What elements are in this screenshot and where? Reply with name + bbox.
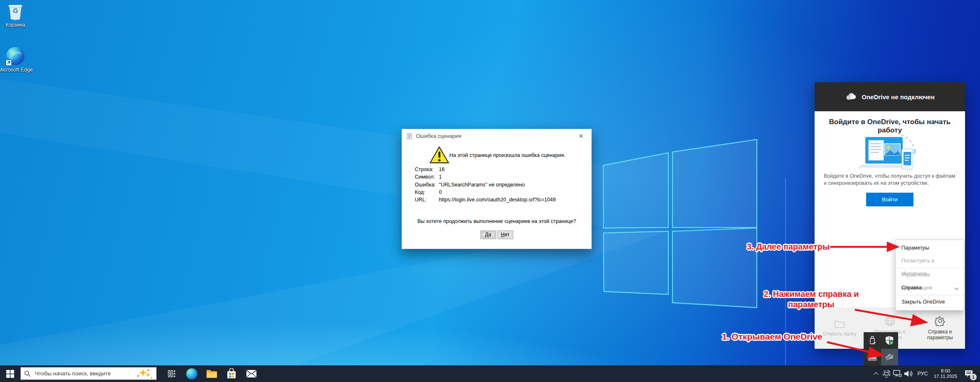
tray-volume[interactable] [903, 369, 914, 378]
menu-item-settings[interactable]: Параметры [896, 242, 964, 255]
display-sync-icon [882, 369, 891, 378]
onedrive-context-menu: Параметры Посмотреть в Интернете Управле… [895, 240, 964, 311]
volume-icon [904, 369, 914, 378]
dialog-title: Ошибка сценария [416, 133, 575, 139]
onedrive-header-title: OneDrive не подключен [862, 93, 935, 100]
windows-security-icon [885, 335, 894, 345]
desktop-icon-label: Microsoft Edge [0, 67, 33, 73]
clock-date: 17.11.2025 [931, 374, 960, 379]
dialog-titlebar[interactable]: Ошибка сценария [402, 129, 591, 143]
microsoft-edge-icon [186, 368, 197, 380]
menu-item-close-onedrive[interactable]: Закрыть OneDrive [896, 296, 964, 309]
signin-button[interactable]: Войти [866, 193, 914, 206]
system-tray: РУС 8:00 17.11.2025 1 [872, 365, 978, 382]
tray-onedrive[interactable] [881, 349, 899, 365]
field-label: Строка: [415, 167, 439, 172]
menu-separator [896, 295, 964, 295]
microsoft-store-icon [227, 368, 236, 379]
globe-icon [884, 316, 895, 326]
field-label: Символ: [415, 174, 439, 180]
help-settings-action[interactable]: Справка и параметры [915, 307, 965, 349]
annotation-step-3: 3. Далее параметры [747, 242, 830, 252]
desktop-icon-microsoft-edge[interactable]: Microsoft Edge [0, 47, 33, 73]
onedrive-offline-icon [884, 353, 894, 361]
annotation-line: параметры [788, 300, 834, 309]
chevron-up-icon [874, 372, 878, 377]
onedrive-illustration [815, 130, 965, 170]
onedrive-description: Войдите в OneDrive, чтобы получить досту… [824, 173, 958, 187]
no-button[interactable]: Нет [497, 230, 513, 239]
field-label: URL: [415, 197, 439, 203]
chevron-down-icon [955, 286, 959, 290]
yes-button[interactable]: Да [480, 230, 496, 239]
menu-item-view-online: Посмотреть в Интернете [896, 255, 964, 267]
taskbar-clock[interactable]: 8:00 17.11.2025 [931, 368, 960, 379]
edge-taskbar-button[interactable] [182, 365, 202, 382]
error-details: Строка: 16 Символ: 1 Ошибка: "URLSearchP… [415, 166, 586, 203]
field-value: "URLSearchParams" не определено [439, 182, 525, 188]
action-label: Справка и параметры [918, 329, 962, 340]
action-center-button[interactable]: 1 [960, 365, 978, 382]
search-highlights-sparkle-icon [135, 368, 153, 379]
tray-usb-device[interactable] [864, 332, 881, 349]
microsoft-store-button[interactable] [222, 365, 241, 382]
tray-vmware-tools[interactable]: vm [864, 349, 881, 365]
tray-network[interactable] [892, 369, 903, 378]
network-icon [893, 369, 903, 378]
field-row: URL: https://login.live.com/oauth20_desk… [415, 196, 586, 203]
taskbar: РУС 8:00 17.11.2025 1 [0, 365, 980, 382]
windows-start-icon [6, 370, 14, 378]
script-document-icon [406, 133, 413, 140]
annotation-line: 2. Нажимаем справка и [764, 289, 859, 299]
file-explorer-icon [206, 369, 217, 379]
field-value: https://login.live.com/oauth20_desktop.s… [439, 197, 556, 203]
action-label: Открыть папку [823, 331, 857, 337]
annotation-step-1: 1. Открываем OneDrive [722, 332, 822, 342]
mail-icon [246, 370, 257, 378]
field-value: 0 [439, 189, 442, 195]
dialog-question: Вы хотите продолжить выполнение сценарие… [402, 218, 591, 224]
file-explorer-button[interactable] [202, 365, 222, 382]
tray-windows-security[interactable] [881, 332, 899, 349]
warning-icon [430, 147, 450, 165]
task-view-icon [167, 369, 176, 378]
task-view-button[interactable] [162, 365, 182, 382]
menu-item-help[interactable]: Справка [896, 282, 964, 294]
usb-device-icon [868, 335, 877, 345]
vmware-icon: vm [868, 353, 877, 361]
edge-icon [6, 47, 25, 66]
field-label: Код: [415, 189, 439, 195]
menu-item-label: Справка [901, 285, 922, 291]
open-folder-action: Открыть папку [815, 307, 865, 349]
field-value: 1 [439, 174, 442, 180]
menu-item-manage-storage: Управление хранилищем [896, 269, 964, 282]
field-label: Ошибка: [415, 182, 439, 188]
folder-outline-icon [834, 319, 845, 328]
recycle-bin-icon [7, 3, 24, 21]
mail-button[interactable] [241, 365, 261, 382]
tray-overflow-popup: vm [864, 332, 898, 365]
clock-time: 8:00 [931, 368, 960, 374]
tray-display-sync[interactable] [881, 369, 892, 378]
search-icon [24, 370, 31, 377]
taskbar-search[interactable] [20, 367, 157, 380]
windows-desktop: Корзина Microsoft Edge [0, 0, 980, 382]
field-row: Код: 0 [415, 189, 586, 196]
error-message: На этой странице произошла ошибка сценар… [449, 152, 583, 158]
language-indicator[interactable]: РУС [914, 371, 931, 377]
script-error-dialog: Ошибка сценария На этой странице произош… [401, 129, 592, 249]
show-hidden-icons-button[interactable] [872, 371, 881, 376]
field-row: Символ: 1 [415, 173, 586, 181]
taskbar-app-buttons [162, 365, 261, 382]
onedrive-cloud-icon [845, 93, 857, 101]
notification-badge: 1 [970, 374, 977, 380]
start-button[interactable] [0, 365, 20, 382]
close-icon[interactable] [575, 131, 587, 141]
field-row: Строка: 16 [415, 166, 586, 173]
search-input[interactable] [34, 370, 135, 377]
field-value: 16 [439, 167, 445, 172]
desktop-icon-recycle-bin[interactable]: Корзина [0, 3, 33, 28]
field-row: Ошибка: "URLSearchParams" не определено [415, 181, 586, 189]
gear-icon [935, 316, 946, 326]
desktop-icon-label: Корзина [0, 22, 33, 28]
